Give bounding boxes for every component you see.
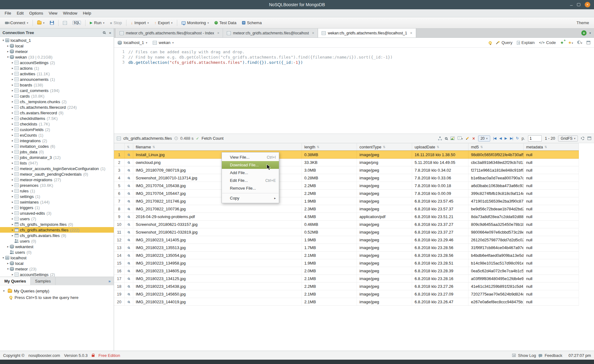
collapsed-arrow-icon[interactable]: ▸ — [11, 89, 15, 92]
tree-item-accountSettings[interactable]: ▸accountSettings(2) — [0, 272, 114, 277]
expand-panel-icon[interactable] — [587, 137, 591, 140]
prev-page-button[interactable]: ◀ — [499, 136, 501, 140]
row-preview-cell[interactable] — [125, 236, 133, 243]
table-row[interactable]: 14IMG_20180223_135054.jpg2.1MBimage/jpeg… — [114, 252, 579, 259]
collapsed-arrow-icon[interactable]: ▸ — [11, 117, 15, 120]
row-preview-cell[interactable] — [125, 228, 133, 236]
tree-item-activities[interactable]: ▸activities(11.1K) — [0, 71, 114, 77]
collapsed-arrow-icon[interactable]: ▸ — [11, 228, 15, 231]
tree-item-settings[interactable]: ▸settings(1) — [0, 194, 114, 199]
table-row[interactable]: 11Screenshot_20180621-032819.jpg0.52MBim… — [114, 228, 579, 236]
collapsed-arrow-icon[interactable]: ▸ — [11, 195, 15, 198]
document-tab-2[interactable]: meteor:cfs_gridfs.attachments.files@loca… — [223, 29, 318, 37]
row-preview-cell[interactable] — [125, 151, 133, 158]
view-mode-select[interactable]: GridFS ▾ — [558, 135, 578, 142]
fetch-count-label[interactable]: Fetch Count — [202, 136, 224, 141]
row-preview-cell[interactable] — [125, 159, 133, 166]
collapsed-arrow-icon[interactable]: ▸ — [11, 167, 15, 170]
row-preview-cell[interactable] — [125, 259, 133, 267]
collapsed-arrow-icon[interactable]: ▸ — [6, 44, 10, 47]
tree-item-customFields[interactable]: ▸customFields(2) — [0, 127, 114, 132]
expanded-arrow-icon[interactable]: ▾ — [1, 256, 5, 259]
tree-item-actions[interactable]: ▸actions(1) — [0, 65, 114, 71]
tree-item-meteor[interactable]: ▾meteor(23) — [0, 266, 114, 272]
expanded-arrow-icon[interactable]: ▾ — [1, 39, 5, 42]
tree-item-local[interactable]: ▸local — [0, 43, 114, 49]
tree-item-checklistItems[interactable]: ▸checklistItems(7.5K) — [0, 116, 114, 121]
row-preview-cell[interactable] — [125, 190, 133, 197]
website-link[interactable]: nosqlbooster.com — [29, 353, 60, 358]
collapsed-arrow-icon[interactable]: ▸ — [11, 145, 15, 148]
tree-item-triggers[interactable]: ▸triggers(1) — [0, 205, 114, 210]
table-row[interactable]: 92016-04-29-solving-problems.pdf4.5MBapp… — [114, 213, 579, 221]
tree-item-accountSettings[interactable]: ▸accountSettings(2) — [0, 60, 114, 65]
menu-file[interactable]: File — [2, 9, 14, 17]
table-row[interactable]: 1Install_Linux.jpg0.38MBimage/jpeg16.11.… — [114, 151, 579, 159]
menu-help[interactable]: Help — [80, 9, 94, 17]
find-in-results-icon[interactable] — [445, 137, 447, 140]
add-favorite-icon[interactable]: ★ — [560, 40, 564, 45]
row-preview-cell[interactable] — [125, 290, 133, 298]
row-preview-cell[interactable] — [125, 283, 133, 290]
table-row[interactable]: 6IMG_20170704_105447.jpg2.2MBimage/jpeg7… — [114, 190, 579, 197]
collapsed-arrow-icon[interactable]: ▸ — [11, 134, 15, 137]
code-button[interactable]: </> Code — [539, 40, 556, 45]
column-header-contentType[interactable]: contentType⇅ — [357, 143, 412, 150]
column-header-uploadDate[interactable]: uploadDate⇅ — [412, 143, 469, 150]
collapsed-arrow-icon[interactable]: ▸ — [11, 184, 15, 187]
explain-button[interactable]: Explain — [517, 40, 535, 45]
tree-item-cfs.avatars.filerecord[interactable]: ▸cfs.avatars.filerecord(9) — [0, 110, 114, 116]
feedback-button[interactable]: Feedback — [545, 353, 562, 358]
collapsed-arrow-icon[interactable]: ▸ — [11, 156, 15, 159]
import-button[interactable]: ↓ Import ▾ — [128, 20, 151, 26]
history-dropdown[interactable]: ▾ — [577, 40, 582, 45]
table-row[interactable]: 15IMG_20180223_134958.jpg1.9MBimage/jpeg… — [114, 259, 579, 267]
close-tab-icon[interactable]: × — [409, 31, 412, 35]
settings-icon[interactable] — [581, 137, 584, 140]
tree-item-invitation_codes[interactable]: ▸invitation_codes(6) — [0, 143, 114, 149]
table-row[interactable]: 12IMG_20180223_141405.jpg1.9MBimage/jpeg… — [114, 236, 579, 244]
theme-button[interactable]: Theme — [577, 20, 592, 25]
row-preview-cell[interactable] — [125, 213, 133, 220]
row-preview-cell[interactable] — [125, 221, 133, 228]
sql-query-button[interactable]: SQL — [70, 20, 83, 26]
expanded-arrow-icon[interactable]: ▾ — [6, 55, 10, 59]
more-tabs-icon[interactable]: » — [105, 277, 114, 285]
collapsed-arrow-icon[interactable]: ▸ — [11, 67, 15, 70]
query-button[interactable]: Query — [496, 40, 512, 45]
collapsed-arrow-icon[interactable]: ▸ — [11, 78, 15, 81]
tree-item-localhost[interactable]: ▾localhost — [0, 255, 114, 261]
collapsed-arrow-icon[interactable]: ▸ — [11, 61, 15, 64]
row-preview-cell[interactable] — [125, 244, 133, 251]
run-button[interactable]: ▶ Run ▾ — [87, 20, 107, 26]
close-tab-icon[interactable]: × — [216, 31, 219, 35]
expanded-arrow-icon[interactable]: ▾ — [6, 267, 10, 270]
menu-options[interactable]: Options — [26, 9, 46, 17]
editor-code[interactable]: // Files can be added easily with drag a… — [128, 49, 594, 134]
last-page-button[interactable]: ▶| — [510, 136, 513, 140]
table-row[interactable]: 18IMG_20180223_145438.jpg2.2MBimage/jpeg… — [114, 283, 579, 290]
stop-button[interactable]: ■ Stop — [108, 20, 124, 26]
collapsed-arrow-icon[interactable]: ▸ — [11, 217, 15, 220]
table-row[interactable]: 20IMG_20180223_144019.jpg2.1MBimage/jpeg… — [114, 298, 579, 306]
tree-view-icon[interactable] — [438, 137, 442, 140]
table-view-button[interactable] — [60, 20, 69, 26]
table-row[interactable]: 2owncloud.png33.3KBimage/png5.11.2018 kl… — [114, 159, 579, 166]
query-editor[interactable]: 123 // Files can be added easily with dr… — [114, 48, 594, 134]
database-selector[interactable]: localhost_1 ▾ — [118, 40, 147, 45]
row-preview-cell[interactable] — [125, 267, 133, 274]
collapsed-arrow-icon[interactable]: ▸ — [11, 122, 15, 125]
delete-document-icon[interactable]: × — [472, 136, 475, 141]
collapsed-arrow-icon[interactable]: ▸ — [11, 223, 15, 226]
maximize-button[interactable] — [577, 3, 580, 6]
tree-item-users[interactable]: ▸users(7) — [0, 216, 114, 221]
context-menu-remove-file[interactable]: Remove File... — [222, 184, 279, 192]
column-header-length[interactable]: length⇅ — [302, 143, 357, 150]
image-preview-icon[interactable] — [451, 137, 455, 140]
row-preview-cell[interactable] — [125, 298, 133, 305]
connect-button[interactable]: Connect ▾ — [2, 20, 31, 26]
expanded-arrow-icon[interactable]: ▾ — [2, 289, 6, 292]
minimize-button[interactable]: – — [570, 2, 573, 7]
my-queries-root[interactable]: ▾ My Queries (empty) — [2, 288, 112, 294]
select-all-header[interactable]: ⇅ — [125, 143, 133, 150]
